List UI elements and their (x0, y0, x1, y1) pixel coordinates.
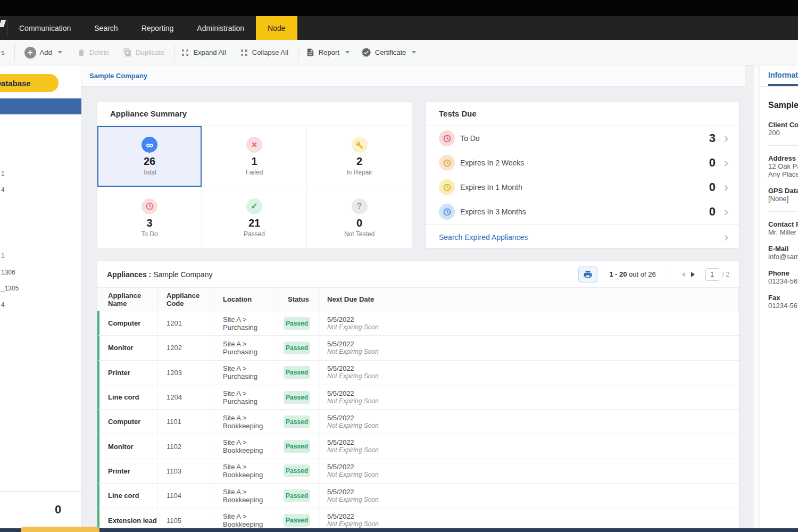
tests-due-row[interactable]: Expires In 2 Weeks 0 › (426, 151, 739, 175)
report-button[interactable]: Report (306, 48, 350, 57)
tree-item-fragment[interactable]: 1306 (1, 264, 19, 281)
chevron-down-icon[interactable] (345, 51, 350, 54)
nav-tab[interactable]: Communication (7, 16, 82, 40)
info-field-value: 200 (768, 129, 798, 137)
tree-item-fragment[interactable]: _1305 (1, 280, 19, 297)
search-expired-appliances-link[interactable]: Search Expired Appliances › (426, 225, 739, 249)
tests-due-title: Tests Due (426, 102, 739, 126)
tile-glyph: × (252, 140, 257, 149)
summary-tile[interactable]: 2 In Repair (307, 126, 412, 187)
due-date-note: Not Expiring Soon (327, 496, 739, 504)
report-document-icon (306, 48, 315, 57)
table-row[interactable]: Extension lead 1105 Site A > Bookkeeping… (97, 508, 739, 528)
breadcrumb-current[interactable]: Sample Company (89, 72, 147, 80)
vertical-scrollbar-track[interactable] (745, 65, 754, 529)
summary-tile[interactable]: ? 0 Not Tested (307, 187, 412, 248)
tests-due-value: 3 (709, 131, 716, 145)
column-header[interactable]: Next Due Date (319, 288, 739, 311)
chevron-right-icon[interactable]: › (724, 132, 728, 145)
tests-due-value: 0 (709, 205, 716, 219)
tests-due-row[interactable]: Expires In 3 Months 0 › (426, 200, 739, 224)
nav-tab[interactable]: Administration (185, 16, 256, 40)
expand-all-label: Expand All (193, 48, 226, 56)
info-field-value: Any Place, (768, 170, 798, 178)
clock-icon (439, 179, 455, 195)
collapse-all-button[interactable]: Collapse All (240, 48, 288, 57)
table-row[interactable]: Computer 1201 Site A > Purchasing Passed… (97, 311, 739, 336)
cell-location: Site A > Purchasing (214, 336, 279, 360)
next-page-button[interactable] (688, 270, 698, 279)
certificate-button[interactable]: Certificate (361, 47, 417, 57)
summary-tile[interactable]: × 1 Failed (202, 126, 307, 187)
table-row[interactable]: Computer 1101 Site A > Bookkeeping Passe… (97, 410, 739, 434)
tree-item-fragment[interactable]: 1 (1, 165, 5, 182)
cell-appliance-code: 1201 (158, 311, 214, 335)
cell-status: Passed (279, 385, 319, 409)
duplicate-button[interactable]: Duplicate (123, 48, 164, 57)
status-badge: Passed (284, 366, 310, 379)
column-header[interactable]: Location (214, 288, 279, 311)
cell-appliance-code: 1204 (158, 385, 214, 409)
column-header[interactable]: Appliance Name (99, 288, 158, 311)
tab-information[interactable]: Information (768, 71, 798, 86)
top-navigation: Communication Search Reporting Administr… (0, 16, 798, 40)
column-header[interactable]: Status (279, 288, 319, 311)
nav-tab[interactable]: Node (256, 16, 297, 40)
expand-all-button[interactable]: Expand All (181, 48, 226, 57)
table-row[interactable]: Line cord 1204 Site A > Purchasing Passe… (97, 385, 739, 410)
due-date-note: Not Expiring Soon (327, 520, 739, 528)
table-row[interactable]: Printer 1203 Site A > Purchasing Passed … (97, 361, 739, 385)
database-pill-button[interactable]: Database (0, 74, 59, 92)
summary-tile[interactable]: 3 To Do (97, 187, 202, 248)
appliances-title-company: Sample Company (153, 270, 212, 279)
chevron-right-icon[interactable]: › (724, 205, 728, 218)
table-row[interactable]: Monitor 1102 Site A > Bookkeeping Passed… (97, 434, 739, 459)
clock-icon (439, 130, 455, 146)
tile-label: To Do (141, 230, 157, 238)
nav-tab-label: Search (94, 24, 118, 32)
tile-value: 2 (356, 155, 362, 168)
tile-glyph: ? (357, 202, 362, 211)
clock-icon (439, 155, 455, 171)
chevron-down-icon[interactable] (58, 51, 62, 54)
page-number-input[interactable] (705, 268, 719, 281)
selected-tree-node-bar[interactable] (0, 98, 81, 114)
cell-status: Passed (279, 434, 319, 458)
add-button[interactable]: + Add (24, 47, 62, 59)
nav-tab[interactable]: Search (82, 16, 129, 40)
table-row[interactable]: Printer 1103 Site A > Bookkeeping Passed… (97, 459, 739, 484)
appliances-title-bold: Appliances : (107, 270, 151, 279)
column-header[interactable]: Appliance Code (158, 288, 214, 311)
table-row[interactable]: Line cord 1104 Site A > Bookkeeping Pass… (97, 484, 739, 508)
info-field-label: Phone (768, 269, 798, 277)
collapse-all-label: Collapse All (252, 48, 288, 56)
cell-appliance-code: 1104 (158, 484, 214, 508)
tile-status-icon: × (246, 137, 262, 153)
cell-status: Passed (279, 410, 319, 434)
info-field-value: info@sample.com (768, 253, 798, 261)
summary-tile[interactable]: ∞ 26 Total (97, 126, 202, 187)
nav-tab-label: Node (268, 24, 285, 32)
nav-tab[interactable]: Reporting (130, 16, 186, 40)
tree-item-fragment[interactable]: 1 (1, 248, 19, 264)
chevron-down-icon[interactable] (412, 51, 416, 54)
delete-button[interactable]: Delete (77, 48, 110, 57)
collapse-icon (240, 48, 248, 57)
tests-due-row[interactable]: To Do 3 › (426, 126, 739, 151)
summary-tile[interactable]: ✓ 21 Passed (202, 187, 307, 248)
report-label: Report (319, 48, 339, 56)
status-badge: Passed (284, 440, 310, 453)
tree-item-fragment[interactable]: 4 (1, 182, 5, 198)
appliance-summary-card: Appliance Summary ∞ 26 Total × (97, 101, 412, 248)
tests-due-card: Tests Due To Do 3 › Expires In 2 Weeks 0… (426, 101, 739, 248)
bottom-floating-button[interactable] (21, 527, 99, 532)
cell-location: Site A > Purchasing (214, 385, 279, 409)
chevron-right-icon[interactable]: › (724, 156, 728, 169)
wrench-icon (355, 141, 363, 149)
tests-due-row[interactable]: Expires In 1 Month 0 › (426, 175, 739, 200)
table-row[interactable]: Monitor 1202 Site A > Purchasing Passed … (97, 336, 739, 360)
print-button[interactable] (578, 267, 597, 282)
previous-page-button[interactable] (679, 270, 688, 279)
chevron-right-icon[interactable]: › (724, 181, 728, 194)
tree-item-fragment[interactable]: 4 (1, 297, 19, 313)
